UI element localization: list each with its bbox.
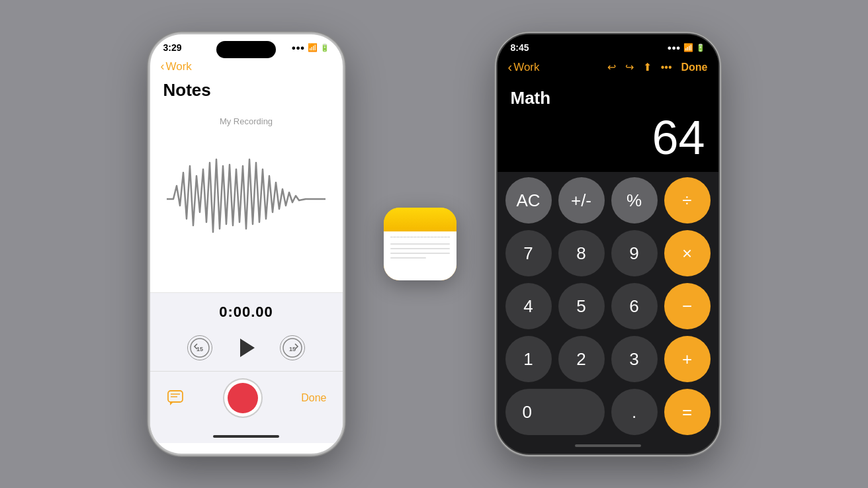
speech-bubble-icon xyxy=(167,389,184,407)
notes-line-4 xyxy=(390,257,426,259)
nine-button[interactable]: 9 xyxy=(611,230,658,276)
six-button[interactable]: 6 xyxy=(611,283,658,329)
left-iphone: 3:29 ●●● 📶 🔋 ‹ Work Notes My Recordin xyxy=(149,33,344,455)
calc-row-5: 0 . = xyxy=(505,389,711,435)
home-indicator-right xyxy=(498,444,718,447)
timer-display: 0:00.00 xyxy=(150,293,343,327)
play-triangle-icon xyxy=(240,339,255,357)
bottom-bar-left: Done xyxy=(150,371,343,430)
recording-area: My Recording xyxy=(150,106,343,292)
multiply-button[interactable]: × xyxy=(664,230,711,276)
sign-button[interactable]: +/- xyxy=(558,177,605,224)
seven-button[interactable]: 7 xyxy=(505,230,552,276)
svg-text:15: 15 xyxy=(196,346,203,352)
calc-row-1: AC +/- % ÷ xyxy=(505,177,711,224)
recording-label: My Recording xyxy=(220,116,273,126)
battery-icon-left: 🔋 xyxy=(320,44,329,52)
chevron-icon-left: ‹ xyxy=(161,60,165,73)
redo-icon[interactable]: ↪ xyxy=(625,61,634,73)
notes-line-3 xyxy=(390,253,450,254)
divide-button[interactable]: ÷ xyxy=(664,177,711,224)
notes-icon-top xyxy=(384,208,456,231)
share-icon[interactable]: ⬆ xyxy=(643,61,652,73)
left-phone-content: ‹ Work Notes My Recording xyxy=(150,56,343,443)
play-button[interactable] xyxy=(232,334,260,362)
nav-bar-right: ‹ Work ↩ ↪ ⬆ ••• Done xyxy=(498,56,718,81)
three-button[interactable]: 3 xyxy=(611,336,658,382)
nav-bar-left: ‹ Work xyxy=(150,56,343,77)
battery-icon-right: 🔋 xyxy=(696,44,705,52)
ac-button[interactable]: AC xyxy=(505,177,552,224)
svg-text:15: 15 xyxy=(289,346,296,352)
back-label-left: Work xyxy=(166,60,192,73)
plus-button[interactable]: + xyxy=(664,336,711,382)
notes-title: Notes xyxy=(150,77,343,106)
calc-buttons-area: AC +/- % ÷ 7 8 9 × 4 5 6 − xyxy=(498,172,718,444)
skip-forward-icon: 15 xyxy=(282,337,303,358)
waveform-svg xyxy=(167,146,326,252)
chat-icon[interactable] xyxy=(166,389,185,407)
signal-icon-right: ●●● xyxy=(668,44,681,52)
notes-icon-dashed-line xyxy=(390,237,450,237)
right-iphone: 8:45 ●●● 📶 🔋 ‹ Work ↩ ↪ ⬆ ••• Done xyxy=(496,33,720,455)
minus-button[interactable]: − xyxy=(664,283,711,329)
back-button-left[interactable]: ‹ Work xyxy=(161,60,192,73)
calc-row-3: 4 5 6 − xyxy=(505,283,711,329)
skip-forward-button[interactable]: 15 xyxy=(280,335,305,360)
calc-title: Math xyxy=(511,88,705,108)
scene: 3:29 ●●● 📶 🔋 ‹ Work Notes My Recordin xyxy=(0,0,868,488)
waveform-container xyxy=(167,140,326,259)
skip-back-button[interactable]: 15 xyxy=(187,335,212,360)
dynamic-island-left xyxy=(216,41,276,58)
calc-display: Math 64 xyxy=(498,81,718,172)
back-button-right[interactable]: ‹ Work xyxy=(508,60,540,75)
calc-result: 64 xyxy=(511,114,705,161)
done-button-left[interactable]: Done xyxy=(301,392,326,404)
notes-app-icon xyxy=(384,208,456,280)
home-indicator-left xyxy=(150,430,343,443)
notes-line-1 xyxy=(390,243,450,245)
right-phone-content: ‹ Work ↩ ↪ ⬆ ••• Done Math 64 xyxy=(498,56,718,443)
notes-icon-paper xyxy=(384,231,456,280)
nav-icons-right: ↩ ↪ ⬆ ••• Done xyxy=(607,61,708,73)
percent-button[interactable]: % xyxy=(611,177,658,224)
wifi-icon-right: 📶 xyxy=(683,43,693,52)
dynamic-island-right xyxy=(575,40,641,58)
undo-icon[interactable]: ↩ xyxy=(607,61,616,73)
equals-button[interactable]: = xyxy=(664,389,711,435)
four-button[interactable]: 4 xyxy=(505,283,552,329)
record-button[interactable] xyxy=(224,380,261,417)
more-icon[interactable]: ••• xyxy=(661,61,672,73)
one-button[interactable]: 1 xyxy=(505,336,552,382)
controls-row: 15 15 xyxy=(150,327,343,371)
signal-icon-left: ●●● xyxy=(292,44,305,52)
zero-button[interactable]: 0 xyxy=(505,389,605,435)
calc-row-4: 1 2 3 + xyxy=(505,336,711,382)
done-button-right[interactable]: Done xyxy=(681,61,708,73)
record-button-inner xyxy=(228,383,258,413)
home-bar-left xyxy=(213,435,279,438)
decimal-button[interactable]: . xyxy=(611,389,658,435)
skip-back-icon: 15 xyxy=(189,337,210,358)
status-icons-left: ●●● 📶 🔋 xyxy=(292,43,329,52)
calc-row-2: 7 8 9 × xyxy=(505,230,711,276)
eight-button[interactable]: 8 xyxy=(558,230,605,276)
status-icons-right: ●●● 📶 🔋 xyxy=(668,43,705,52)
five-button[interactable]: 5 xyxy=(558,283,605,329)
chevron-icon-right: ‹ xyxy=(508,60,513,75)
time-right: 8:45 xyxy=(511,42,529,53)
notes-line-2 xyxy=(390,248,450,249)
back-label-right: Work xyxy=(513,61,539,74)
wifi-icon-left: 📶 xyxy=(308,43,318,52)
time-left: 3:29 xyxy=(163,42,182,53)
two-button[interactable]: 2 xyxy=(558,336,605,382)
home-bar-right xyxy=(575,444,641,447)
